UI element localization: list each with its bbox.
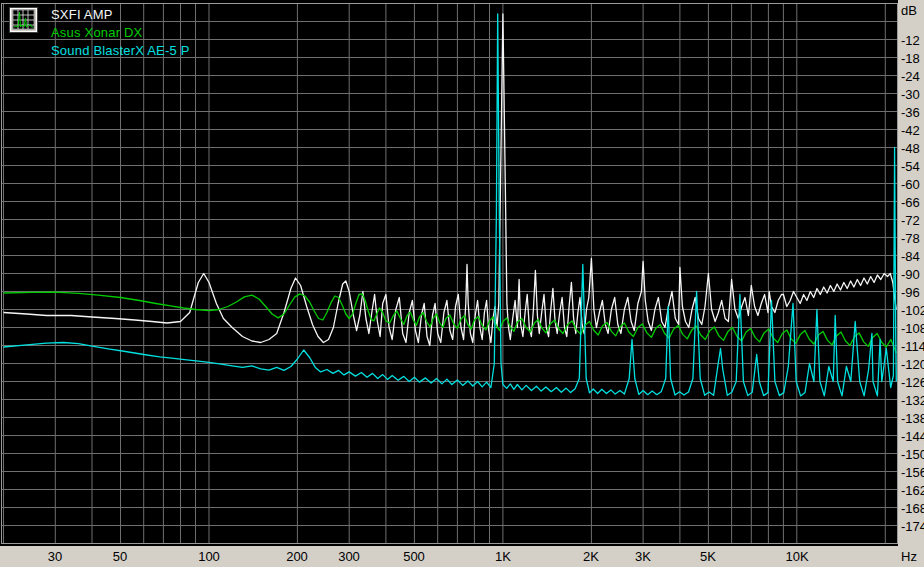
- y-tick-label--42: -42: [901, 123, 920, 138]
- x-tick-label-1K: 1K: [495, 549, 511, 564]
- y-tick-label--168: -168: [901, 501, 924, 516]
- spectrum-icon[interactable]: [9, 7, 38, 33]
- y-tick-label--48: -48: [901, 141, 920, 156]
- x-tick-label-500: 500: [403, 549, 425, 564]
- y-tick-label--12: -12: [901, 33, 920, 48]
- y-axis-unit-label: dB: [901, 3, 917, 18]
- y-tick-label--24: -24: [901, 69, 920, 84]
- y-tick-label--30: -30: [901, 87, 920, 102]
- x-axis-unit-label: Hz: [901, 549, 917, 564]
- y-tick-label--108: -108: [901, 321, 924, 336]
- y-tick-label--102: -102: [901, 303, 924, 318]
- y-tick-label--114: -114: [901, 339, 924, 354]
- x-tick-label-2K: 2K: [583, 549, 599, 564]
- legend-item-asus-xonar-dx: Asus Xonar DX: [51, 24, 190, 42]
- x-tick-label-30: 30: [48, 549, 62, 564]
- x-tick-label-200: 200: [286, 549, 308, 564]
- x-tick-label-100: 100: [198, 549, 220, 564]
- x-tick-label-3K: 3K: [635, 549, 651, 564]
- legend-item-sound-blasterx-ae5p: Sound BlasterX AE-5 P: [51, 42, 190, 60]
- y-tick-label--90: -90: [901, 267, 920, 282]
- spectrum-plot-canvas: [0, 0, 898, 546]
- legend-items: SXFI AMP Asus Xonar DX Sound BlasterX AE…: [51, 6, 190, 60]
- x-tick-label-5K: 5K: [700, 549, 716, 564]
- y-tick-label--84: -84: [901, 249, 920, 264]
- y-tick-label--138: -138: [901, 411, 924, 426]
- y-tick-label--120: -120: [901, 357, 924, 372]
- x-axis-strip: 30501002003005001K2K3K5K10K: [0, 546, 898, 567]
- legend: SXFI AMP Asus Xonar DX Sound BlasterX AE…: [9, 6, 190, 60]
- x-tick-label-10K: 10K: [785, 549, 808, 564]
- y-tick-label--150: -150: [901, 447, 924, 462]
- y-tick-label--36: -36: [901, 105, 920, 120]
- y-tick-label--54: -54: [901, 159, 920, 174]
- spectrum-analyzer-window: SXFI AMP Asus Xonar DX Sound BlasterX AE…: [0, 0, 924, 567]
- y-tick-label--66: -66: [901, 195, 920, 210]
- y-tick-label--162: -162: [901, 483, 924, 498]
- y-tick-label--96: -96: [901, 285, 920, 300]
- y-tick-label--18: -18: [901, 51, 920, 66]
- y-tick-label--174: -174: [901, 519, 924, 534]
- x-tick-label-300: 300: [338, 549, 360, 564]
- legend-item-sxfi-amp: SXFI AMP: [51, 6, 190, 24]
- y-tick-label--60: -60: [901, 177, 920, 192]
- y-tick-label--78: -78: [901, 231, 920, 246]
- y-axis-strip: dB Hz -12-18-24-30-36-42-48-54-60-66-72-…: [898, 0, 924, 567]
- y-tick-label--132: -132: [901, 393, 924, 408]
- y-tick-label--144: -144: [901, 429, 924, 444]
- y-tick-label--156: -156: [901, 465, 924, 480]
- y-tick-label--126: -126: [901, 375, 924, 390]
- y-tick-label--72: -72: [901, 213, 920, 228]
- x-tick-label-50: 50: [113, 549, 127, 564]
